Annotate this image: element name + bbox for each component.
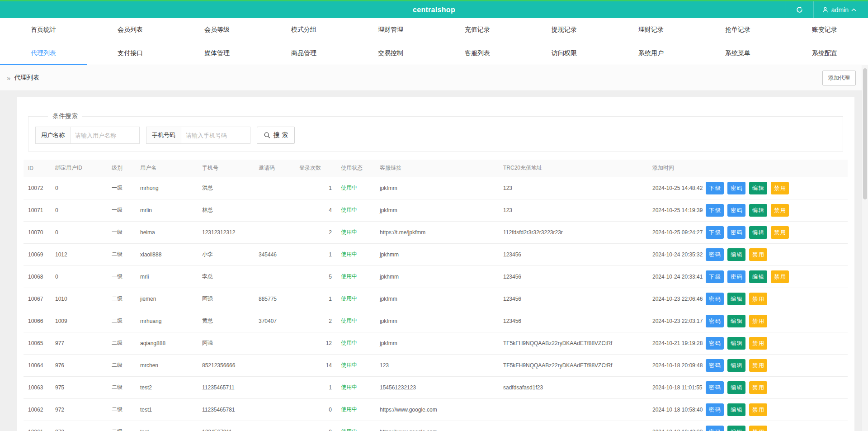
password-button[interactable]: 密码	[706, 248, 724, 261]
disable-button[interactable]: 禁用	[749, 337, 767, 350]
nav-item-r1-3[interactable]: 模式分组	[260, 18, 347, 42]
username-input[interactable]	[71, 127, 139, 143]
nav-item-r2-2[interactable]: 媒体管理	[174, 42, 260, 65]
edit-button[interactable]: 编辑	[727, 315, 745, 327]
nav-item-r1-7[interactable]: 理财记录	[608, 18, 694, 42]
nav-item-r1-2[interactable]: 会员等级	[174, 18, 260, 42]
cell-login_count: 2	[295, 310, 336, 332]
edit-button[interactable]: 编辑	[749, 204, 767, 217]
disable-button[interactable]: 禁用	[749, 426, 767, 431]
cell-login_count: 0	[295, 421, 336, 431]
cell-id: 10063	[24, 376, 51, 398]
cell-status: 使用中	[336, 310, 375, 332]
edit-button[interactable]: 编辑	[749, 270, 767, 283]
edit-button[interactable]: 编辑	[727, 359, 745, 372]
nav-item-r1-9[interactable]: 账变记录	[781, 18, 868, 42]
password-button[interactable]: 密码	[706, 426, 724, 431]
disable-button[interactable]: 禁用	[749, 315, 767, 327]
table-header-row: ID绑定用户ID级别用户名手机号邀请码登录次数使用状态客服链接TRC20充值地址…	[24, 160, 848, 177]
nav-item-r2-0[interactable]: 代理列表	[0, 42, 87, 65]
password-button[interactable]: 密码	[706, 403, 724, 416]
add-agent-button[interactable]: 添加代理	[822, 71, 856, 85]
disable-button[interactable]: 禁用	[749, 381, 767, 394]
nav-item-r1-0[interactable]: 首页统计	[0, 18, 87, 42]
password-button[interactable]: 密码	[727, 204, 745, 217]
scrollbar-thumb[interactable]	[863, 68, 867, 199]
cell-bind_id: 1012	[51, 243, 107, 265]
app-title: centralshop	[0, 1, 868, 18]
column-header-1: 绑定用户ID	[51, 160, 107, 177]
cell-status: 使用中	[336, 265, 375, 288]
edit-button[interactable]: 编辑	[727, 293, 745, 305]
nav-item-r2-3[interactable]: 商品管理	[260, 42, 347, 65]
disable-button[interactable]: 禁用	[749, 403, 767, 416]
refresh-button[interactable]	[786, 1, 814, 18]
cell-created_at: 2024-10-25 14:48:42	[648, 177, 701, 199]
disable-button[interactable]: 禁用	[771, 182, 789, 194]
cell-login_count: 4	[295, 199, 336, 221]
disable-button[interactable]: 禁用	[749, 293, 767, 305]
disable-button[interactable]: 禁用	[771, 226, 789, 239]
disable-button[interactable]: 禁用	[749, 248, 767, 261]
cell-status: 使用中	[336, 221, 375, 243]
nav-item-r1-5[interactable]: 充值记录	[434, 18, 521, 42]
disable-button[interactable]: 禁用	[749, 359, 767, 372]
edit-button[interactable]: 编辑	[727, 426, 745, 431]
column-header-5: 邀请码	[254, 160, 295, 177]
agents-table: ID绑定用户ID级别用户名手机号邀请码登录次数使用状态客服链接TRC20充值地址…	[24, 160, 848, 431]
cell-id: 10065	[24, 332, 51, 354]
password-button[interactable]: 密码	[727, 270, 745, 283]
nav-item-r2-8[interactable]: 系统菜单	[694, 42, 781, 65]
cell-actions: 密码编辑禁用	[701, 243, 848, 265]
edit-button[interactable]: 编辑	[727, 337, 745, 350]
nav-item-r1-4[interactable]: 理财管理	[347, 18, 434, 42]
phone-input[interactable]	[181, 127, 250, 143]
edit-button[interactable]: 编辑	[727, 248, 745, 261]
password-button[interactable]: 密码	[706, 381, 724, 394]
nav-item-r2-9[interactable]: 系统配置	[781, 42, 868, 65]
password-button[interactable]: 密码	[706, 359, 724, 372]
cell-service_link: jpkfmm	[375, 332, 499, 354]
user-icon	[822, 6, 829, 13]
nav-item-r2-7[interactable]: 系统用户	[608, 42, 694, 65]
edit-button[interactable]: 编辑	[727, 403, 745, 416]
nav-item-r2-6[interactable]: 访问权限	[521, 42, 608, 65]
subordinate-button[interactable]: 下级	[706, 182, 724, 194]
cell-bind_id: 0	[51, 265, 107, 288]
disable-button[interactable]: 禁用	[771, 204, 789, 217]
cell-created_at: 2024-10-18 10:42:23	[648, 421, 701, 431]
cell-actions: 密码编辑禁用	[701, 332, 848, 354]
password-button[interactable]: 密码	[706, 293, 724, 305]
cell-service_link: jpkhmm	[375, 265, 499, 288]
username-field-group: 用户名称	[35, 127, 140, 144]
password-button[interactable]: 密码	[727, 182, 745, 194]
nav-item-r2-1[interactable]: 支付接口	[87, 42, 174, 65]
cell-actions: 密码编辑禁用	[701, 310, 848, 332]
edit-button[interactable]: 编辑	[749, 226, 767, 239]
status-badge: 使用中	[341, 273, 357, 279]
vertical-scrollbar[interactable]	[862, 65, 868, 431]
cell-invite_code	[254, 354, 295, 376]
search-button[interactable]: 搜 索	[257, 127, 295, 144]
nav-item-r1-8[interactable]: 抢单记录	[694, 18, 781, 42]
disable-button[interactable]: 禁用	[771, 270, 789, 283]
subordinate-button[interactable]: 下级	[706, 226, 724, 239]
cell-service_link: jpkfmm	[375, 199, 499, 221]
nav-item-r1-1[interactable]: 会员列表	[87, 18, 174, 42]
password-button[interactable]: 密码	[727, 226, 745, 239]
subordinate-button[interactable]: 下级	[706, 270, 724, 283]
edit-button[interactable]: 编辑	[749, 182, 767, 194]
password-button[interactable]: 密码	[706, 337, 724, 350]
column-header-6: 登录次数	[295, 160, 336, 177]
phone-field-label: 手机号码	[146, 127, 181, 143]
password-button[interactable]: 密码	[706, 315, 724, 327]
cell-id: 10067	[24, 288, 51, 310]
edit-button[interactable]: 编辑	[727, 381, 745, 394]
nav-item-r2-5[interactable]: 客服列表	[434, 42, 521, 65]
nav-item-r1-6[interactable]: 提现记录	[521, 18, 608, 42]
table-row: 100691012二级xiaoli888小李3454461使用中jpkhmm12…	[24, 243, 848, 265]
user-menu[interactable]: admin	[814, 1, 868, 18]
cell-service_link: 123	[375, 354, 499, 376]
subordinate-button[interactable]: 下级	[706, 204, 724, 217]
nav-item-r2-4[interactable]: 交易控制	[347, 42, 434, 65]
